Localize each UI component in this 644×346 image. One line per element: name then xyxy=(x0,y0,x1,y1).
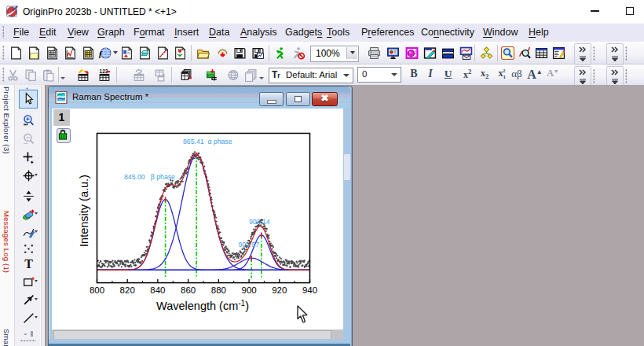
svg-text:Intensity (a.u.): Intensity (a.u.) xyxy=(78,175,90,247)
svg-text:Wavelength (cm-1): Wavelength (cm-1) xyxy=(156,299,249,313)
svg-text:800: 800 xyxy=(90,285,104,295)
svg-text:908.14: 908.14 xyxy=(249,218,270,226)
svg-text:901.57: 901.57 xyxy=(239,241,260,248)
svg-text:845.00 β phase: 845.00 β phase xyxy=(124,173,175,181)
svg-text:900: 900 xyxy=(242,285,257,295)
svg-text:865.41 α phase: 865.41 α phase xyxy=(183,138,232,145)
svg-text:880: 880 xyxy=(211,285,226,295)
svg-text:840: 840 xyxy=(150,285,165,295)
svg-text:860: 860 xyxy=(181,285,196,295)
svg-text:920: 920 xyxy=(272,285,287,295)
svg-text:820: 820 xyxy=(120,285,135,295)
svg-text:940: 940 xyxy=(302,285,317,295)
